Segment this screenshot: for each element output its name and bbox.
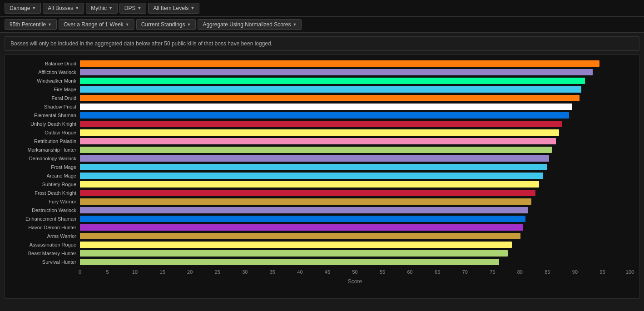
axis-tick: 30 <box>242 269 248 275</box>
bar-row: Outlaw Rogue <box>10 128 630 137</box>
bar-row: Subtlety Rogue <box>10 180 630 188</box>
bar-label: Shadow Priest <box>10 104 80 109</box>
bar-fill <box>80 207 528 213</box>
bar-label: Retribution Paladin <box>10 138 80 144</box>
bar-fill <box>80 198 531 205</box>
bar-label: Balance Druid <box>10 61 80 66</box>
bar-label: Enhancement Shaman <box>10 216 80 222</box>
bar-fill <box>80 224 523 231</box>
damage-arrow: ▼ <box>32 6 36 10</box>
bar-row: Enhancement Shaman <box>10 215 630 223</box>
bar-label: Affliction Warlock <box>10 69 80 75</box>
percentile-button[interactable]: 95th Percentile ▼ <box>5 19 57 30</box>
bar-area-wrapper <box>80 172 630 180</box>
bar-fill <box>80 69 593 75</box>
bar-label: Demonology Warlock <box>10 156 80 161</box>
dps-button[interactable]: DPS ▼ <box>119 3 147 14</box>
bar-fill <box>80 147 552 153</box>
bar-area-wrapper <box>80 111 630 119</box>
info-bar: Bosses will only be included in the aggr… <box>5 36 639 51</box>
bar-row: Unholy Death Knight <box>10 120 630 128</box>
bar-label: Destruction Warlock <box>10 207 80 213</box>
info-text: Bosses will only be included in the aggr… <box>10 40 272 47</box>
bar-fill <box>80 138 556 144</box>
bar-area-wrapper <box>80 137 630 145</box>
bar-fill <box>80 155 549 162</box>
axis-tick: 55 <box>380 269 385 275</box>
bar-row: Frost Mage <box>10 163 630 171</box>
bar-label: Beast Mastery Hunter <box>10 251 80 256</box>
bar-area-wrapper <box>80 77 630 85</box>
bar-row: Arcane Mage <box>10 172 630 180</box>
bar-fill <box>80 250 508 257</box>
bar-fill <box>80 233 520 239</box>
axis-tick: 50 <box>352 269 357 275</box>
bar-fill <box>80 190 535 196</box>
bar-label: Marksmanship Hunter <box>10 147 80 153</box>
axis-tick: 15 <box>160 269 165 275</box>
axis-tick: 70 <box>462 269 468 275</box>
bar-row: Survival Hunter <box>10 258 630 266</box>
axis-tick: 90 <box>572 269 578 275</box>
bar-fill <box>80 60 599 67</box>
all-bosses-arrow: ▼ <box>75 6 79 10</box>
bar-row: Windwalker Monk <box>10 77 630 85</box>
range-button[interactable]: Over a Range of 1 Week ▼ <box>59 19 134 30</box>
bar-row: Affliction Warlock <box>10 68 630 76</box>
bar-fill <box>80 129 559 136</box>
bar-fill <box>80 259 499 265</box>
bar-area-wrapper <box>80 189 630 197</box>
standings-button[interactable]: Current Standings ▼ <box>136 19 196 30</box>
percentile-label: 95th Percentile <box>10 21 46 28</box>
bar-area-wrapper <box>80 215 630 223</box>
bar-label: Frost Mage <box>10 164 80 170</box>
bar-fill <box>80 242 512 248</box>
mythic-label: Mythic <box>91 5 107 11</box>
bar-row: Retribution Paladin <box>10 137 630 145</box>
bar-area-wrapper <box>80 154 630 163</box>
bar-area-wrapper <box>80 85 630 94</box>
bar-label: Havoc Demon Hunter <box>10 225 80 230</box>
dps-arrow: ▼ <box>138 6 142 10</box>
bar-area-wrapper <box>80 59 630 68</box>
bar-area-wrapper <box>80 197 630 206</box>
top-nav: Damage ▼ All Bosses ▼ Mythic ▼ DPS ▼ All… <box>0 0 644 17</box>
aggregate-label: Aggregate Using Normalized Scores <box>203 21 291 28</box>
bar-area-wrapper <box>80 249 630 257</box>
all-bosses-label: All Bosses <box>48 5 73 11</box>
mythic-button[interactable]: Mythic ▼ <box>86 3 118 14</box>
all-bosses-button[interactable]: All Bosses ▼ <box>43 3 84 14</box>
bar-fill <box>80 181 539 188</box>
standings-label: Current Standings <box>141 21 185 28</box>
bar-row: Shadow Priest <box>10 103 630 111</box>
bar-row: Elemental Shaman <box>10 111 630 119</box>
all-item-levels-button[interactable]: All Item Levels ▼ <box>148 3 199 14</box>
bar-label: Frost Death Knight <box>10 190 80 196</box>
dps-label: DPS <box>124 5 136 11</box>
bar-area-wrapper <box>80 103 630 111</box>
bar-area-wrapper <box>80 120 630 128</box>
bar-row: Beast Mastery Hunter <box>10 249 630 257</box>
aggregate-button[interactable]: Aggregate Using Normalized Scores ▼ <box>198 19 302 30</box>
axis-tick: 45 <box>325 269 330 275</box>
axis-tick: 65 <box>435 269 440 275</box>
axis-tick: 0 <box>79 269 81 275</box>
damage-label: Damage <box>10 5 30 11</box>
axis-labels: 0510152025303540455055606570758085909510… <box>80 269 630 278</box>
bar-label: Unholy Death Knight <box>10 121 80 127</box>
range-arrow: ▼ <box>125 22 129 27</box>
all-item-levels-label: All Item Levels <box>153 5 188 11</box>
range-label: Over a Range of 1 Week <box>64 21 124 28</box>
bar-label: Assassination Rogue <box>10 242 80 247</box>
aggregate-arrow: ▼ <box>293 22 297 27</box>
standings-arrow: ▼ <box>187 22 191 27</box>
bar-row: Fire Mage <box>10 85 630 94</box>
bar-label: Arcane Mage <box>10 173 80 178</box>
sub-nav: 95th Percentile ▼ Over a Range of 1 Week… <box>0 17 644 33</box>
bar-row: Arms Warrior <box>10 232 630 240</box>
bar-fill <box>80 95 580 101</box>
percentile-arrow: ▼ <box>48 22 52 27</box>
chart-inner: Balance DruidAffliction WarlockWindwalke… <box>10 59 630 267</box>
damage-button[interactable]: Damage ▼ <box>5 3 41 14</box>
bar-label: Subtlety Rogue <box>10 182 80 187</box>
